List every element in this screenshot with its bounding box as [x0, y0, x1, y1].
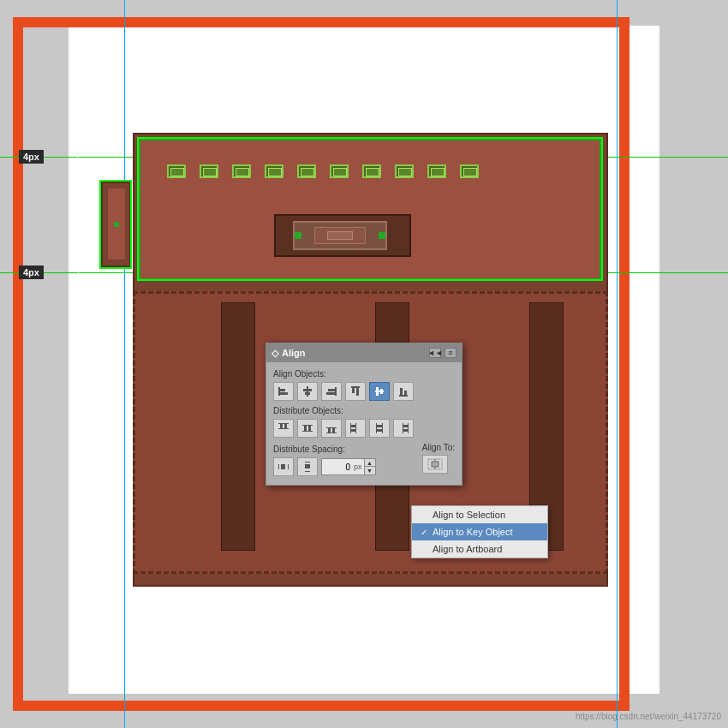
small-rect-3 [232, 164, 251, 178]
svg-rect-16 [400, 388, 403, 395]
svg-rect-17 [404, 391, 407, 395]
dropdown-align-artboard[interactable]: Align to Artboard [412, 540, 547, 558]
spacing-arrow-down[interactable]: ▼ [365, 467, 375, 474]
center-element [274, 214, 411, 257]
svg-rect-21 [284, 424, 287, 428]
dist-center-v-button[interactable] [369, 419, 390, 438]
svg-rect-26 [326, 427, 337, 428]
small-rect-5 [297, 164, 316, 178]
svg-rect-32 [351, 425, 355, 427]
small-rect-8 [395, 164, 414, 178]
dist-bottom-button[interactable] [321, 419, 342, 438]
align-panel-body: Align Objects: [266, 362, 462, 485]
dist-top-button[interactable] [273, 419, 294, 438]
align-to-label: Align To: [422, 443, 455, 452]
svg-rect-27 [326, 433, 337, 433]
dist-space-v-button[interactable] [297, 457, 318, 476]
distribute-spacing-left: Distribute Spacing: px [273, 443, 376, 480]
svg-rect-24 [304, 426, 307, 431]
measure-arrow-top-icon: ↕ [75, 142, 82, 158]
measure-label-top: 4px [19, 150, 44, 164]
canvas: 4px ↕ 4px ↕ ◇ Align ◄◄ ≡ Align Objects: [0, 0, 728, 728]
svg-rect-45 [305, 462, 310, 462]
distribute-spacing-label: Distribute Spacing: [273, 445, 376, 454]
svg-rect-29 [332, 428, 335, 433]
center-element-inner [293, 221, 387, 250]
svg-rect-31 [355, 423, 356, 433]
distribute-objects-label: Distribute Objects: [273, 406, 455, 415]
svg-rect-38 [403, 423, 403, 433]
svg-rect-34 [376, 423, 377, 433]
guide-vertical-left [124, 0, 125, 728]
dropdown-align-selection[interactable]: Align to Selection [412, 506, 547, 523]
distribute-spacing-row: px ▲ ▼ [273, 457, 376, 476]
svg-rect-37 [377, 429, 382, 432]
panel-collapse-button[interactable]: ◄◄ [429, 348, 441, 358]
align-bottom-button[interactable] [393, 382, 414, 401]
dist-left-button[interactable] [345, 419, 366, 438]
dist-space-h-button[interactable] [273, 457, 294, 476]
svg-rect-33 [351, 429, 355, 432]
small-rect-6 [330, 164, 349, 178]
svg-rect-43 [288, 464, 289, 469]
selection-box-top [137, 137, 603, 281]
svg-rect-35 [382, 423, 383, 433]
measure-arrow-bottom-icon: ↕ [75, 264, 82, 279]
svg-rect-0 [278, 387, 280, 396]
align-left-button[interactable] [273, 382, 294, 401]
small-rect-2 [200, 164, 218, 178]
svg-rect-2 [280, 392, 288, 395]
pillar-left [221, 302, 255, 551]
checkmark-selection [421, 510, 429, 520]
spacing-input-group[interactable]: px ▲ ▼ [321, 458, 376, 475]
dist-center-h-button[interactable] [297, 419, 318, 438]
small-rect-4 [265, 164, 283, 178]
svg-rect-28 [328, 428, 331, 433]
align-top-button[interactable] [345, 382, 366, 401]
small-rect-7 [362, 164, 381, 178]
svg-rect-25 [308, 426, 311, 431]
align-panel-title: ◇ Align [272, 348, 306, 359]
small-rect-1 [167, 164, 186, 178]
align-center-v-button[interactable] [369, 382, 390, 401]
align-panel-controls: ◄◄ ≡ [429, 348, 456, 358]
align-to-icon[interactable] [422, 455, 448, 474]
svg-rect-1 [280, 389, 285, 391]
align-panel: ◇ Align ◄◄ ≡ Align Objects: [266, 343, 462, 486]
align-center-h-button[interactable] [297, 382, 318, 401]
svg-rect-36 [377, 425, 382, 427]
svg-rect-40 [403, 425, 408, 427]
dot-right [379, 232, 385, 239]
svg-rect-9 [351, 386, 360, 388]
svg-rect-13 [376, 387, 379, 396]
svg-rect-18 [278, 423, 289, 424]
checkmark-artboard [421, 545, 429, 554]
align-right-button[interactable] [321, 382, 342, 401]
guide-vertical-right [617, 0, 618, 728]
dist-right-button[interactable] [393, 419, 414, 438]
svg-rect-6 [335, 387, 337, 396]
selection-box-left [99, 180, 132, 269]
align-to-section: Align To: [422, 443, 455, 474]
svg-rect-44 [281, 464, 285, 469]
spacing-arrow-up[interactable]: ▲ [365, 459, 375, 467]
svg-rect-39 [408, 423, 409, 433]
align-panel-titlebar: ◇ Align ◄◄ ≡ [266, 343, 462, 362]
svg-rect-4 [303, 389, 312, 391]
svg-rect-20 [280, 424, 283, 428]
svg-rect-15 [399, 395, 408, 397]
panel-menu-button[interactable]: ≡ [445, 348, 456, 358]
small-rects-row [167, 164, 479, 178]
watermark: https://blog.csdn.net/weixin_44173720 [576, 712, 721, 721]
svg-rect-30 [350, 423, 351, 433]
svg-rect-10 [352, 388, 355, 393]
svg-rect-47 [305, 464, 310, 468]
small-rect-9 [427, 164, 446, 178]
svg-rect-5 [305, 392, 310, 395]
svg-rect-42 [278, 464, 279, 469]
align-to-dropdown: Align to Selection ✓ Align to Key Object… [411, 505, 548, 558]
svg-rect-41 [403, 429, 408, 432]
checkmark-key-object: ✓ [421, 528, 429, 537]
dropdown-align-key-object[interactable]: ✓ Align to Key Object [412, 523, 547, 540]
spacing-input[interactable] [322, 459, 352, 474]
